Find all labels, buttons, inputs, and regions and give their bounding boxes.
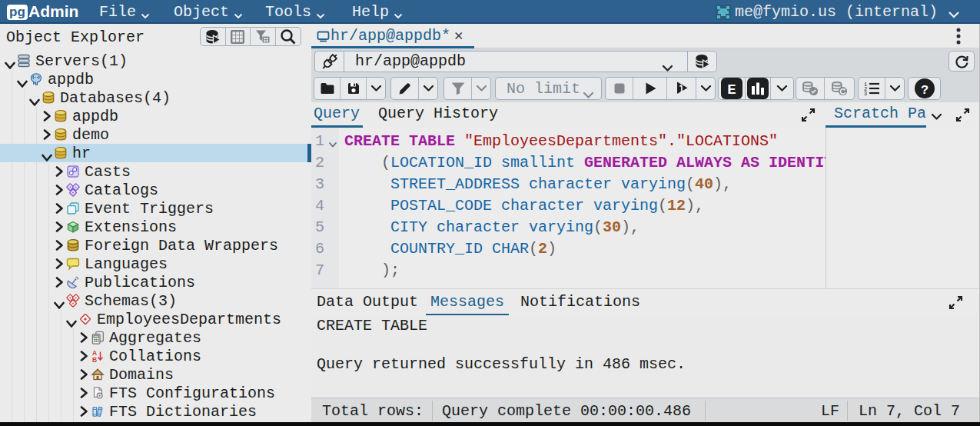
svg-text:3: 3 <box>864 91 867 96</box>
svg-text:?: ? <box>920 83 928 98</box>
svg-text:E: E <box>727 82 736 98</box>
svg-text:B: B <box>92 356 97 364</box>
